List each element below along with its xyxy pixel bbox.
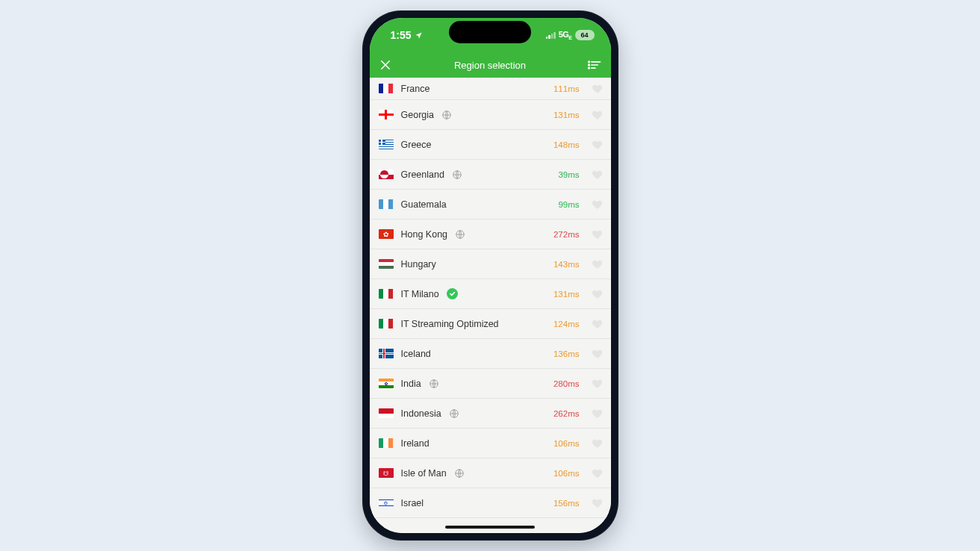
heart-icon[interactable] — [592, 348, 604, 360]
flag-icon — [379, 319, 394, 329]
heart-icon[interactable] — [592, 139, 604, 151]
region-name: Hong Kong — [401, 229, 448, 240]
globe-icon — [429, 379, 439, 389]
svg-point-0 — [588, 61, 589, 63]
region-name: Indonesia — [401, 408, 441, 419]
region-name: Hungary — [401, 259, 436, 270]
svg-point-1 — [588, 64, 589, 66]
region-row[interactable]: France111ms — [370, 78, 611, 100]
flag-icon — [379, 169, 394, 179]
latency-value: 156ms — [553, 499, 580, 508]
globe-icon — [449, 408, 459, 419]
nav-bar: Region selection — [370, 52, 611, 78]
latency-value: 131ms — [553, 290, 580, 299]
region-row[interactable]: Indonesia262ms — [370, 399, 611, 429]
signal-icon — [546, 31, 556, 39]
globe-icon — [455, 229, 465, 240]
region-row[interactable]: ✡Israel156ms — [370, 488, 611, 518]
screen: 1:55 5GE 64 Region selection — [370, 18, 611, 533]
region-row[interactable]: Greenland39ms — [370, 160, 611, 190]
heart-icon[interactable] — [592, 258, 604, 270]
heart-icon[interactable] — [592, 408, 604, 420]
region-row[interactable]: Guatemala99ms — [370, 190, 611, 220]
location-icon — [415, 31, 423, 40]
region-name: India — [401, 379, 421, 389]
latency-value: 143ms — [553, 260, 580, 269]
region-row[interactable]: Hungary143ms — [370, 249, 611, 279]
battery-icon: 64 — [575, 30, 595, 40]
region-name: Isle of Man — [401, 468, 447, 479]
home-indicator — [445, 526, 535, 529]
heart-icon[interactable] — [592, 109, 604, 121]
region-row[interactable]: Georgia131ms — [370, 100, 611, 130]
close-icon — [379, 58, 392, 72]
region-name: Greece — [401, 140, 432, 150]
latency-value: 106ms — [553, 469, 580, 478]
region-name: Israel — [401, 498, 424, 508]
flag-icon — [379, 289, 394, 299]
flag-icon — [379, 259, 394, 269]
sort-icon — [587, 60, 602, 70]
region-row[interactable]: Ireland106ms — [370, 429, 611, 458]
globe-icon — [452, 169, 462, 180]
heart-icon[interactable] — [592, 318, 604, 330]
flag-icon — [379, 408, 394, 418]
heart-icon[interactable] — [592, 288, 604, 300]
battery-pct: 64 — [580, 31, 588, 39]
latency-value: 272ms — [553, 230, 580, 239]
page-title: Region selection — [454, 60, 526, 71]
latency-value: 111ms — [553, 84, 580, 93]
region-row[interactable]: Iceland136ms — [370, 339, 611, 369]
check-badge-icon — [447, 288, 458, 299]
heart-icon[interactable] — [592, 199, 604, 211]
flag-icon: ✡ — [379, 498, 394, 508]
region-name: Ireland — [401, 438, 429, 449]
region-row[interactable]: ☋Isle of Man106ms — [370, 458, 611, 488]
heart-icon[interactable] — [592, 228, 604, 240]
dynamic-island — [449, 21, 531, 43]
flag-icon — [379, 379, 394, 388]
latency-value: 136ms — [553, 349, 580, 358]
latency-value: 262ms — [553, 409, 580, 418]
region-name: IT Milano — [401, 289, 439, 299]
globe-icon — [441, 110, 452, 120]
network-label: 5G — [559, 30, 569, 39]
latency-value: 148ms — [553, 140, 580, 149]
status-right: 5GE 64 — [546, 30, 595, 40]
heart-icon[interactable] — [592, 467, 604, 479]
region-list[interactable]: France111msGeorgia131msGreece148msGreenl… — [370, 78, 611, 533]
network-sub: E — [568, 35, 571, 40]
latency-value: 131ms — [553, 110, 580, 119]
region-row[interactable]: India280ms — [370, 369, 611, 399]
status-left: 1:55 — [391, 29, 423, 41]
region-row[interactable]: IT Milano131ms — [370, 279, 611, 309]
heart-icon[interactable] — [592, 169, 604, 181]
flag-icon — [379, 110, 394, 119]
region-row[interactable]: Greece148ms — [370, 130, 611, 160]
latency-value: 280ms — [553, 379, 580, 388]
flag-icon: ✿ — [379, 229, 394, 239]
flag-icon — [379, 140, 394, 149]
region-name: Greenland — [401, 169, 444, 180]
flag-icon: ☋ — [379, 468, 394, 478]
flag-icon — [379, 349, 394, 358]
region-name: Iceland — [401, 349, 431, 359]
latency-value: 39ms — [558, 170, 579, 179]
flag-icon — [379, 84, 394, 93]
latency-value: 99ms — [558, 200, 579, 209]
heart-icon[interactable] — [592, 83, 604, 95]
region-name: Georgia — [401, 110, 434, 120]
svg-point-2 — [588, 67, 589, 69]
latency-value: 124ms — [553, 320, 580, 329]
heart-icon[interactable] — [592, 497, 604, 509]
region-name: Guatemala — [401, 199, 447, 210]
region-name: France — [401, 84, 430, 94]
region-name: IT Streaming Optimized — [401, 319, 499, 329]
sort-button[interactable] — [587, 52, 602, 78]
flag-icon — [379, 199, 394, 209]
heart-icon[interactable] — [592, 378, 604, 390]
region-row[interactable]: ✿Hong Kong272ms — [370, 220, 611, 249]
region-row[interactable]: IT Streaming Optimized124ms — [370, 309, 611, 339]
close-button[interactable] — [379, 52, 392, 78]
heart-icon[interactable] — [592, 438, 604, 449]
